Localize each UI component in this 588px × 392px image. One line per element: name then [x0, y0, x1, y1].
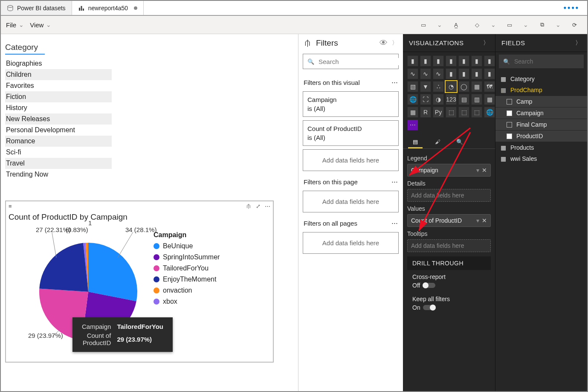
legend-item[interactable]: SpringIntoSummer [154, 253, 220, 261]
collapse-icon[interactable]: 〉 [483, 39, 490, 47]
toolbar-qna-icon[interactable]: ▭ [416, 19, 431, 31]
viz-type-icon[interactable]: ▮ [420, 55, 431, 67]
filter-card[interactable]: Campaign is (All) [303, 91, 399, 117]
well-legend[interactable]: Campaign▾✕ [407, 164, 491, 177]
viz-type-icon[interactable]: ▥ [471, 94, 482, 105]
viz-type-icon[interactable]: ▮ [433, 55, 444, 67]
field-row[interactable]: Campaign [495, 107, 587, 119]
viz-type-icon[interactable]: ▮ [407, 55, 418, 67]
field-checkbox[interactable] [507, 134, 512, 139]
filter-drop-target[interactable]: Add data fields here [303, 149, 399, 171]
slicer-item[interactable]: Sci-fi [5, 147, 112, 158]
viz-type-icon[interactable]: ▮ [471, 55, 482, 67]
viz-type-icon[interactable]: ▮ [471, 68, 482, 79]
eye-icon[interactable]: 👁 [379, 38, 388, 48]
well-details[interactable]: Add data fields here [407, 189, 491, 202]
slicer-item[interactable]: Children [5, 69, 112, 80]
viz-type-icon[interactable]: ▤ [458, 94, 469, 105]
field-row[interactable]: Final Camp [495, 119, 587, 130]
viz-type-icon[interactable]: ▮ [446, 55, 457, 67]
slicer-item[interactable]: Romance [5, 136, 112, 147]
field-checkbox[interactable] [507, 110, 512, 116]
viz-type-icon[interactable]: ▦ [471, 81, 482, 92]
cross-report-toggle[interactable]: Off [412, 282, 435, 289]
slicer-visual[interactable]: Category Biographies Children Favorites … [5, 43, 112, 180]
slicer-item[interactable]: Biographies [5, 58, 112, 69]
viz-type-icon[interactable]: 🌐 [407, 94, 418, 105]
field-row[interactable]: Camp [495, 96, 587, 107]
pie-chart[interactable]: 34 (28.1%) 29 (23.97%) 29 (23.97%) 27 (2… [9, 224, 150, 360]
filter-card[interactable]: Count of ProductID is (All) [303, 120, 399, 146]
field-checkbox[interactable] [507, 122, 512, 128]
fields-search[interactable]: 🔍 [499, 55, 584, 68]
viz-type-icon[interactable]: 🌐 [484, 107, 495, 118]
viz-type-icon[interactable]: ◯ [458, 81, 469, 92]
table-row[interactable]: ▦wwi Sales [495, 153, 587, 164]
filters-search[interactable]: 🔍 [303, 54, 399, 69]
viz-type-icon[interactable]: ▦ [484, 94, 495, 105]
viz-type-icon[interactable]: ∿ [433, 68, 444, 79]
viz-type-icon[interactable]: ▼ [420, 81, 431, 92]
viz-type-icon[interactable]: ▮ [446, 68, 457, 79]
viz-type-icon[interactable]: ▮ [484, 68, 495, 79]
legend-item[interactable]: xbox [154, 298, 220, 305]
well-tooltips[interactable]: Add data fields here [407, 239, 491, 252]
slicer-item[interactable]: Trending Now [5, 169, 112, 180]
more-icon[interactable]: ⋯ [391, 219, 398, 227]
viz-type-icon[interactable]: ◑ [433, 94, 444, 105]
filter-drop-target[interactable]: Add data fields here [303, 232, 399, 254]
legend-item[interactable]: BeUnique [154, 242, 220, 250]
viz-type-icon[interactable]: ⋯ [407, 119, 418, 131]
filters-search-input[interactable] [319, 58, 400, 65]
viz-type-icon[interactable]: ▮ [458, 55, 469, 67]
focus-icon[interactable]: ⤢ [256, 203, 261, 209]
toolbar-visual-icon[interactable]: ⧉ [534, 19, 550, 31]
viz-type-icon[interactable]: 🗺 [484, 81, 495, 92]
more-options-icon[interactable]: ⋯ [265, 203, 270, 209]
slicer-item[interactable]: Personal Development [5, 125, 112, 136]
menu-view[interactable]: View⌄ [30, 21, 51, 29]
collapse-icon[interactable]: 〉 [392, 39, 398, 47]
viz-type-icon[interactable]: ⬚ [446, 107, 457, 118]
fields-search-input[interactable] [514, 58, 588, 65]
viz-type-icon[interactable]: ∴ [433, 81, 444, 92]
viz-type-icon[interactable]: ⬚ [458, 107, 469, 118]
viz-type-icon[interactable]: ▮ [484, 55, 495, 67]
legend-item[interactable]: EnjoyTheMoment [154, 276, 220, 283]
legend-item[interactable]: TailoredForYou [154, 264, 220, 272]
tab-overflow[interactable]: •••• [144, 1, 587, 15]
viz-type-icon[interactable]: 123 [446, 94, 457, 105]
menu-file[interactable]: File⌄ [6, 21, 24, 29]
slicer-item[interactable]: New Releases [5, 113, 112, 125]
viz-type-icon[interactable]: ▦ [407, 107, 418, 118]
pie-slice[interactable] [88, 243, 137, 301]
viz-type-icon[interactable]: ⬚ [471, 107, 482, 118]
remove-icon[interactable]: ✕ [482, 167, 487, 174]
keep-filters-toggle[interactable]: On [412, 304, 436, 311]
remove-icon[interactable]: ✕ [482, 217, 487, 224]
table-row[interactable]: ▦Category [495, 73, 587, 84]
slicer-item[interactable]: Fiction [5, 91, 112, 102]
viz-type-icon[interactable]: ▧ [407, 81, 418, 92]
viz-type-icon[interactable]: ∿ [407, 68, 418, 79]
viz-type-pie-icon[interactable]: ◔ [446, 81, 457, 92]
pie-visual[interactable]: ≡ ⫛ ⤢ ⋯ Count of ProductID by Campaign 3… [5, 200, 274, 363]
toolbar-buttons-icon[interactable]: ▭ [502, 19, 517, 31]
field-row[interactable]: ProductID [495, 131, 587, 142]
slicer-item[interactable]: Favorites [5, 80, 112, 91]
pie-slice[interactable] [39, 243, 88, 292]
table-row[interactable]: ▦Products [495, 142, 587, 153]
well-values[interactable]: Count of ProductID▾✕ [407, 214, 491, 227]
viz-type-icon[interactable]: ∿ [420, 68, 431, 79]
viz-type-icon[interactable]: R [420, 107, 431, 118]
toolbar-refresh-icon[interactable]: ⟳ [567, 19, 582, 31]
tab-datasets[interactable]: Power BI datasets [1, 1, 72, 15]
viz-type-icon[interactable]: Py [433, 107, 444, 118]
field-checkbox[interactable] [507, 99, 512, 105]
table-row[interactable]: ▦ProdChamp [495, 84, 587, 96]
filter-drop-target[interactable]: Add data fields here [303, 191, 399, 212]
analytics-tab[interactable]: 🔍 [452, 136, 467, 148]
report-canvas[interactable]: Category Biographies Children Favorites … [1, 34, 298, 392]
slicer-item[interactable]: Travel [5, 158, 112, 169]
viz-type-icon[interactable]: ▮ [458, 68, 469, 79]
